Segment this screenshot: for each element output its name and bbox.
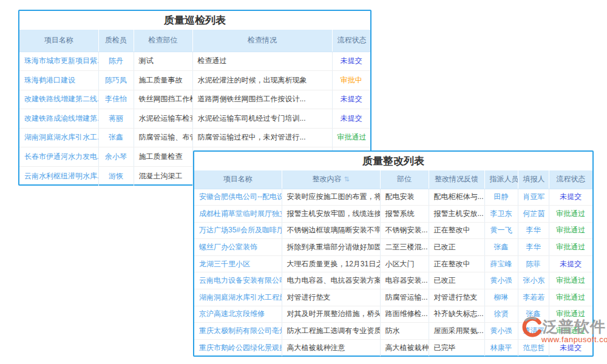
cell-整改情况反馈: 正在整改中: [429, 255, 484, 272]
cell-项目名称[interactable]: 成都杜甫草堂临时展厅独立展...: [194, 206, 282, 223]
cell-整改情况反馈: 已完毕: [429, 339, 484, 356]
cell-整改内容: 对其及时开展整治措施，桥头...: [282, 306, 380, 323]
cell-项目名称[interactable]: 珠海鹤港口建设: [19, 71, 98, 90]
cell-流程状态: 审批通过: [549, 239, 592, 256]
table-row: 龙湖三千里小区大理石质量更换，12月31日之...小区大门正在整改中薛宝峰陈菲未…: [194, 255, 592, 272]
cell-质检员[interactable]: 游恢: [98, 166, 134, 186]
cell-质检员[interactable]: 陈巧凤: [98, 71, 134, 90]
cell-部位: 不锈钢安装...: [380, 222, 429, 239]
cell-检查情况: 检查通过: [192, 52, 332, 71]
column-header-label: 检查情况: [248, 36, 277, 44]
cell-检查部位: 防腐管运输、布管: [134, 128, 192, 147]
cell-质检员[interactable]: 蒋丽: [98, 109, 134, 129]
table-row: 改建铁路成渝线增建第...蒋丽水泥砼运输车检查水泥砼运输车司机经过专门培训...…: [19, 109, 370, 129]
cell-检查部位: 水泥砼运输车检查: [134, 109, 192, 129]
table-row: 湖南洞庭湖水库引水工程施工I标对管进行垫支防腐管运输...对管进行垫支柳琳李若若…: [194, 289, 592, 306]
cell-项目名称[interactable]: 云南电力设备安装有限公司20...: [194, 272, 282, 289]
column-header-label: 部位: [397, 175, 412, 183]
table-row: 改建铁路线增建第二线...李佳怡铁丝网围挡工作检查道路两侧铁丝网围挡工作按设计.…: [19, 90, 370, 109]
column-header-流程状态: 流程状态: [549, 170, 592, 189]
cell-整改内容: 报警主机安放牢固，线缆连接...: [282, 206, 380, 223]
cell-整改情况反馈: 对管进行垫支: [429, 289, 484, 306]
cell-部位: 报警系统: [380, 206, 429, 223]
cell-项目名称[interactable]: 云南水利枢纽潜明水库...: [19, 166, 98, 186]
cell-项目名称[interactable]: 螺丝厂办公室装饰: [194, 239, 282, 256]
cell-指派人员[interactable]: 柳琳: [484, 289, 518, 306]
cell-指派人员[interactable]: 黄一飞: [484, 222, 518, 239]
cell-整改内容: 防水工程施工选调有专业资质...: [282, 323, 380, 340]
cell-整改内容: 不锈钢边框玻璃隔断安装不牢...: [282, 222, 380, 239]
page: 质量巡检列表 项目名称质检员检查部位检查情况流程状态 珠海市城市更新项目紫...…: [0, 0, 607, 364]
table-row: 安徽合肥供电公司--配电设备...安装时应按施工图的布置，将...配电安装配电柜…: [194, 189, 592, 206]
cell-项目名称[interactable]: 改建铁路线增建第二线...: [19, 90, 98, 109]
cell-填报人[interactable]: 肖亚军: [518, 189, 549, 206]
cell-流程状态: 未提交: [332, 109, 370, 129]
cell-填报人[interactable]: 李若若: [518, 289, 549, 306]
cell-项目名称[interactable]: 重庆市鹅岭公园绿化景观提升...: [194, 339, 282, 356]
column-header-label: 检查部位: [149, 36, 178, 44]
cell-质检员[interactable]: 余小琴: [98, 147, 134, 167]
cell-项目名称[interactable]: 龙湖三千里小区: [194, 255, 282, 272]
cell-项目名称[interactable]: 京沪高速北京段维修: [194, 306, 282, 323]
cell-项目名称[interactable]: 长春市伊通河水力发电...: [19, 147, 98, 167]
cell-检查情况: 水泥砼运输车司机经过专门培训...: [192, 109, 332, 129]
cell-填报人[interactable]: 李华: [518, 239, 549, 256]
cell-质检员[interactable]: 陈丹: [98, 52, 134, 71]
cell-指派人员[interactable]: 林康平: [484, 339, 518, 356]
cell-流程状态: 审批通过: [549, 289, 592, 306]
cell-质检员[interactable]: 张鑫: [98, 128, 134, 147]
cell-填报人[interactable]: 李华: [518, 222, 549, 239]
column-header-流程状态: 流程状态: [332, 30, 370, 52]
cell-部位: 防水: [380, 323, 429, 340]
cell-指派人员[interactable]: 田静: [484, 189, 518, 206]
fanpu-crescent-logo-icon: [521, 315, 543, 337]
cell-检查情况: 道路两侧铁丝网围挡工作按设计...: [192, 90, 332, 109]
cell-检查情况: 防腐管运输过程中，未对管进行...: [192, 128, 332, 147]
cell-指派人员[interactable]: 徐贤: [484, 306, 518, 323]
column-header-整改内容[interactable]: 整改内容⇅: [282, 170, 380, 189]
quality-rectification-title: 质量整改列表: [194, 152, 592, 170]
cell-填报人[interactable]: 何芷茵: [518, 206, 549, 223]
cell-质检员[interactable]: 李佳怡: [98, 90, 134, 109]
cell-整改内容: 高大植被栽种注意: [282, 339, 380, 356]
table-row: 成都杜甫草堂临时展厅独立展...报警主机安放牢固，线缆连接...报警系统报警主机…: [194, 206, 592, 223]
cell-部位: 防腐管运输...: [380, 289, 429, 306]
cell-流程状态: 未提交: [549, 189, 592, 206]
cell-填报人[interactable]: 陈菲: [518, 255, 549, 272]
cell-检查部位: 测试: [134, 52, 192, 71]
table-row: 珠海市城市更新项目紫...陈丹测试检查通过未提交: [19, 52, 370, 71]
column-header-label: 填报人: [523, 175, 545, 183]
cell-项目名称[interactable]: 珠海市城市更新项目紫...: [19, 52, 98, 71]
cell-整改内容: 安装时应按施工图的布置，将...: [282, 189, 380, 206]
header-row: 项目名称整改内容⇅部位整改情况反馈指派人员填报人流程状态: [194, 170, 592, 189]
cell-项目名称[interactable]: 万达广场35#会所及咖啡厅空...: [194, 222, 282, 239]
cell-项目名称[interactable]: 改建铁路成渝线增建第...: [19, 109, 98, 129]
cell-整改情况反馈: 报警主机安放...: [429, 206, 484, 223]
cell-项目名称[interactable]: 湖南洞庭湖水库引水工程施工I标: [194, 289, 282, 306]
column-header-填报人: 填报人: [518, 170, 549, 189]
cell-整改情况反馈: 补齐缺失标志...: [429, 306, 484, 323]
cell-指派人员[interactable]: 张鑫: [484, 239, 518, 256]
table-row: 云南电力设备安装有限公司20...电力电容器、电抗器安装方案,...电容器安装.…: [194, 272, 592, 289]
cell-整改情况反馈: 屋面采用聚氨...: [429, 323, 484, 340]
cell-填报人[interactable]: 张小东: [518, 272, 549, 289]
cell-流程状态: 未提交: [332, 90, 370, 109]
sort-icon[interactable]: ⇅: [344, 175, 349, 183]
column-header-label: 流程状态: [556, 175, 585, 183]
cell-项目名称[interactable]: 安徽合肥供电公司--配电设备...: [194, 189, 282, 206]
column-header-质检员: 质检员: [98, 30, 134, 52]
column-header-label: 项目名称: [223, 175, 253, 183]
column-header-项目名称: 项目名称: [19, 30, 98, 52]
cell-指派人员[interactable]: 黄小强: [484, 272, 518, 289]
column-header-label: 项目名称: [44, 36, 73, 44]
cell-指派人员[interactable]: 李卫东: [484, 206, 518, 223]
cell-指派人员[interactable]: 薛宝峰: [484, 255, 518, 272]
cell-项目名称[interactable]: 重庆太极制药有限公司亳州中...: [194, 323, 282, 340]
column-header-检查部位: 检查部位: [134, 30, 192, 52]
cell-项目名称[interactable]: 湖南洞庭湖水库引水工...: [19, 128, 98, 147]
watermark: 泛普软件 www.fanpusoft.com: [521, 315, 606, 344]
table-row: 螺丝厂办公室装饰拆除到承重墙部分请做好加固...二至三楼混...已改正张鑫李华审…: [194, 239, 592, 256]
header-row: 项目名称质检员检查部位检查情况流程状态: [19, 30, 370, 52]
cell-整改内容: 拆除到承重墙部分请做好加固...: [282, 239, 380, 256]
cell-指派人员[interactable]: 黄小强: [484, 323, 518, 340]
